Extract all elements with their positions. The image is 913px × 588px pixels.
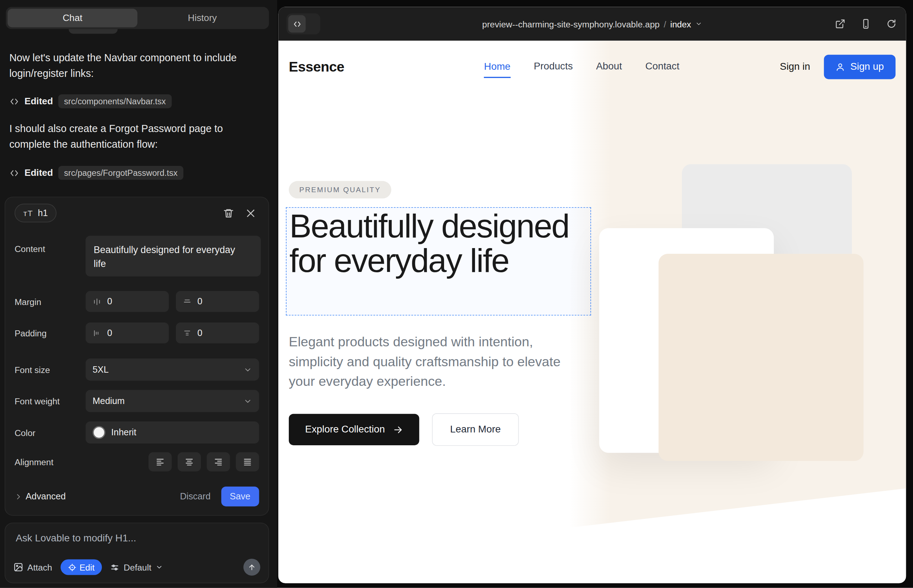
chevron-down-icon (244, 396, 253, 405)
file-chip-forgot-password[interactable]: src/pages/ForgotPassword.tsx (58, 166, 183, 180)
element-tag-pill[interactable]: тT h1 (15, 204, 57, 222)
user-icon (836, 62, 845, 71)
code-view-toggle[interactable] (287, 13, 321, 34)
margin-x-input[interactable]: 0 (86, 291, 169, 312)
font-weight-label: Font weight (15, 396, 86, 406)
chevron-down-icon (695, 20, 702, 27)
tab-history[interactable]: History (138, 9, 267, 27)
inspector-header: тT h1 (5, 197, 269, 228)
nav-link-home[interactable]: Home (484, 61, 510, 78)
topbar-actions (834, 18, 898, 30)
file-chip-navbar[interactable]: src/components/Navbar.tsx (58, 94, 172, 108)
sign-in-link[interactable]: Sign in (780, 61, 810, 73)
discard-button[interactable]: Discard (180, 491, 210, 501)
margin-x-value: 0 (107, 296, 112, 307)
open-external-icon[interactable] (834, 18, 847, 30)
padding-y-value: 0 (197, 328, 202, 338)
padding-y-input[interactable]: 0 (176, 323, 259, 344)
nav-link-contact[interactable]: Contact (645, 60, 680, 73)
chevron-down-icon (155, 564, 163, 571)
padding-label: Padding (15, 328, 86, 338)
align-left-button[interactable] (149, 452, 172, 471)
preview-topbar: preview--charming-site-symphony.lovable.… (278, 7, 906, 41)
hero-title: Beautifully designed for everyday life (287, 208, 591, 278)
refresh-icon[interactable] (885, 18, 898, 30)
color-row: Color Inherit (5, 422, 269, 444)
padding-row: Padding 0 0 (5, 323, 269, 344)
hero-cta-row: Explore Collection Learn More (289, 413, 519, 446)
content-label: Content (15, 236, 86, 254)
send-button[interactable] (244, 559, 260, 575)
font-weight-row: Font weight Medium (5, 390, 269, 412)
color-swatch (92, 426, 105, 439)
font-size-select[interactable]: 5XL (86, 359, 259, 381)
save-button[interactable]: Save (221, 486, 259, 507)
nav-link-about[interactable]: About (596, 60, 622, 73)
url-dropdown[interactable]: preview--charming-site-symphony.lovable.… (482, 19, 702, 29)
font-weight-select[interactable]: Medium (86, 390, 259, 412)
align-center-button[interactable] (178, 452, 201, 471)
margin-horizontal-icon (92, 297, 102, 306)
font-size-row: Font size 5XL (5, 359, 269, 381)
padding-x-input[interactable]: 0 (86, 323, 169, 344)
site-canvas: Essence Home Products About Contact Sign… (278, 40, 906, 583)
attach-button[interactable]: Attach (13, 562, 52, 572)
mode-select[interactable]: Default (110, 562, 163, 572)
tab-chat[interactable]: Chat (8, 9, 138, 27)
selected-h1-element[interactable]: Beautifully designed for everyday life (286, 207, 591, 315)
edited-file-row: Edited src/components/Navbar.tsx (9, 94, 172, 109)
nav-link-products[interactable]: Products (534, 60, 573, 73)
margin-y-input[interactable]: 0 (176, 291, 259, 312)
edited-label: Edited (24, 168, 53, 178)
nav-links: Home Products About Contact (484, 60, 680, 73)
margin-vertical-icon (183, 297, 191, 306)
sign-up-label: Sign up (850, 61, 884, 73)
composer-toolbar: Attach Edit Default (5, 559, 269, 583)
arrow-right-icon (393, 425, 403, 435)
chat-sidebar: Chat History Now let's update the Navbar… (0, 0, 277, 588)
edit-label: Edit (79, 562, 94, 572)
learn-more-button[interactable]: Learn More (432, 413, 519, 446)
color-label: Color (15, 428, 86, 438)
margin-label: Margin (15, 297, 86, 307)
sliders-icon (110, 562, 120, 572)
content-input[interactable]: Beautifully designed for everyday life (86, 236, 261, 276)
sign-up-button[interactable]: Sign up (824, 55, 895, 79)
element-inspector-panel: тT h1 Content Beautifully designed for e… (5, 197, 269, 516)
code-icon (288, 15, 306, 33)
explore-collection-button[interactable]: Explore Collection (289, 414, 419, 445)
edited-label: Edited (24, 96, 53, 107)
hero-paragraph: Elegant products designed with intention… (289, 332, 569, 391)
advanced-toggle[interactable]: Advanced (15, 491, 66, 501)
composer-input[interactable] (5, 523, 269, 559)
font-weight-value: Medium (92, 396, 244, 406)
site-navbar: Essence Home Products About Contact Sign… (278, 40, 906, 93)
padding-x-value: 0 (107, 328, 112, 338)
mode-label: Default (123, 562, 151, 572)
color-select[interactable]: Inherit (86, 422, 259, 444)
font-size-label: Font size (15, 365, 86, 375)
color-value: Inherit (111, 427, 252, 438)
target-icon (68, 563, 76, 571)
margin-y-value: 0 (197, 296, 202, 307)
delete-element-button[interactable] (219, 204, 237, 222)
url-page: index (670, 19, 691, 29)
font-size-value: 5XL (92, 365, 244, 375)
url-separator: / (664, 19, 666, 29)
content-row: Content Beautifully designed for everyda… (5, 236, 269, 276)
image-icon (13, 562, 24, 572)
align-right-button[interactable] (207, 452, 230, 471)
preview-url: preview--charming-site-symphony.lovable.… (482, 19, 660, 29)
alignment-label: Alignment (15, 457, 86, 467)
preview-pane: preview--charming-site-symphony.lovable.… (278, 7, 906, 583)
site-logo[interactable]: Essence (289, 59, 344, 75)
close-icon[interactable] (242, 204, 259, 222)
sidebar-tabbar: Chat History (6, 7, 269, 29)
code-icon (9, 168, 19, 178)
mobile-view-icon[interactable] (860, 18, 873, 30)
app-window: Chat History Now let's update the Navbar… (0, 0, 913, 588)
chat-composer: Attach Edit Default (5, 522, 269, 583)
edit-mode-button[interactable]: Edit (60, 559, 102, 575)
edited-file-row: Edited src/pages/ForgotPassword.tsx (9, 165, 183, 181)
align-justify-button[interactable] (236, 452, 259, 471)
